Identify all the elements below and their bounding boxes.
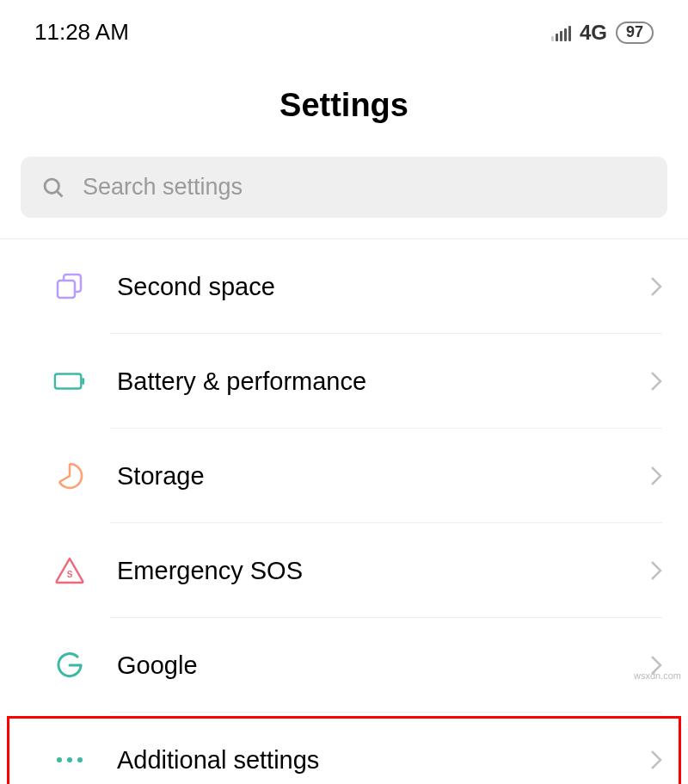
settings-item-google[interactable]: Google — [0, 618, 688, 713]
battery-indicator: 97 — [616, 22, 654, 44]
chevron-right-icon — [650, 750, 662, 770]
settings-item-label: Google — [117, 651, 650, 680]
status-bar: 11:28 AM 4G 97 — [0, 0, 688, 54]
status-right: 4G 97 — [551, 21, 654, 45]
settings-item-label: Additional settings — [117, 746, 650, 775]
search-placeholder: Search settings — [83, 174, 243, 201]
svg-point-9 — [67, 757, 72, 762]
storage-icon — [53, 460, 86, 492]
chevron-right-icon — [650, 276, 662, 297]
battery-icon — [53, 365, 86, 398]
battery-level: 97 — [626, 23, 643, 41]
search-icon — [41, 176, 65, 200]
settings-item-storage[interactable]: Storage — [0, 429, 688, 523]
search-input[interactable]: Search settings — [21, 157, 667, 218]
settings-item-label: Emergency SOS — [117, 557, 650, 585]
chevron-right-icon — [650, 466, 662, 486]
svg-text:S: S — [67, 570, 73, 579]
settings-item-label: Battery & performance — [117, 367, 650, 396]
settings-list: Second space Battery & performance Stora… — [0, 239, 688, 784]
chevron-right-icon — [650, 371, 662, 392]
google-icon — [53, 649, 86, 682]
svg-rect-3 — [58, 281, 75, 298]
settings-item-additional-settings[interactable]: Additional settings — [0, 713, 688, 784]
emergency-sos-icon: S — [53, 554, 86, 587]
watermark: wsxdn.com — [634, 670, 681, 681]
settings-item-battery-performance[interactable]: Battery & performance — [0, 334, 688, 429]
settings-item-label: Second space — [117, 273, 650, 301]
settings-item-second-space[interactable]: Second space — [0, 239, 688, 334]
svg-rect-5 — [82, 378, 84, 385]
status-time: 11:28 AM — [34, 19, 129, 46]
settings-item-emergency-sos[interactable]: S Emergency SOS — [0, 523, 688, 618]
svg-point-8 — [57, 757, 62, 762]
network-type-label: 4G — [580, 21, 607, 45]
svg-rect-4 — [55, 373, 81, 388]
second-space-icon — [53, 270, 86, 303]
svg-point-0 — [45, 179, 58, 193]
svg-point-10 — [77, 757, 83, 762]
signal-icon — [551, 24, 571, 41]
chevron-right-icon — [650, 560, 662, 581]
more-icon — [53, 744, 86, 776]
settings-item-label: Storage — [117, 462, 650, 491]
page-title: Settings — [0, 87, 688, 124]
svg-line-1 — [57, 191, 62, 196]
